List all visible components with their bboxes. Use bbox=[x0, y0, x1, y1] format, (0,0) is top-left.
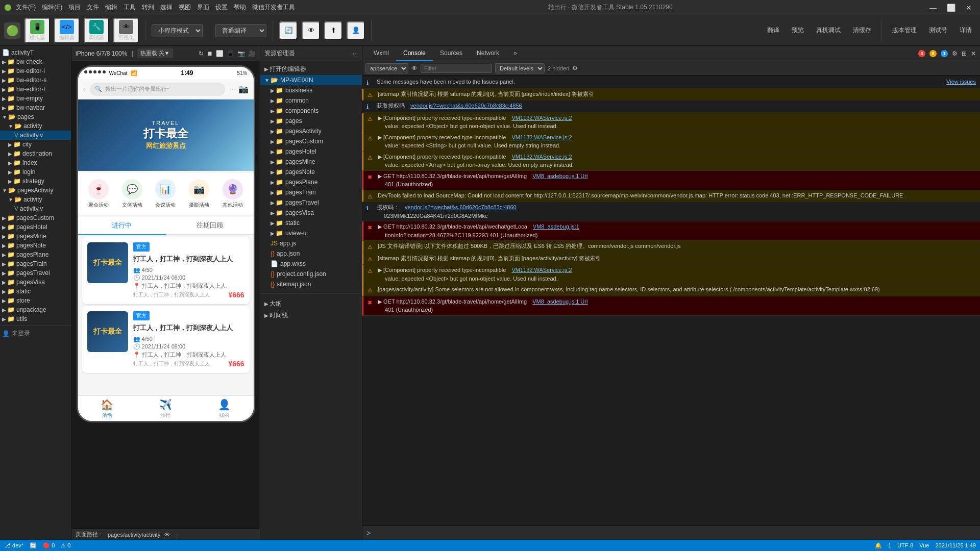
sidebar-item-login[interactable]: ▶ 📁 login bbox=[0, 167, 71, 177]
resource-item-pagestra[interactable]: ▶ 📁 pagesTrain bbox=[260, 187, 362, 197]
resource-item-pagesnote[interactable]: ▶ 📁 pagesNote bbox=[260, 167, 362, 177]
devtools-tab-sources[interactable]: Sources bbox=[433, 46, 470, 61]
resource-item-sitemapjson[interactable]: {} sitemap.json bbox=[260, 279, 362, 289]
resource-item-pages[interactable]: ▶ 📁 pages bbox=[260, 116, 362, 126]
sidebar-item-pagesactivity-activity[interactable]: ▼ 📂 activity bbox=[0, 195, 71, 204]
sidebar-item-activity[interactable]: ▼ 📂 activity bbox=[0, 121, 71, 131]
settings-icon2[interactable]: ⚙ bbox=[572, 65, 578, 72]
resource-project[interactable]: ▼ 📂 MP-WEIXIN bbox=[260, 75, 362, 85]
resource-item-pageshotel[interactable]: ▶ 📁 pagesHotel bbox=[260, 146, 362, 157]
sidebar-item-bw-check[interactable]: ▶ 📁 bw-check bbox=[0, 57, 71, 66]
vm-link7[interactable]: VM8_asdebug.js:1 Url bbox=[532, 298, 587, 305]
sidebar-footer-login[interactable]: 👤 未登录 bbox=[0, 328, 71, 339]
more-btn[interactable]: ··· bbox=[174, 532, 179, 538]
resource-item-pagesmine[interactable]: ▶ 📁 pagesMine bbox=[260, 157, 362, 167]
minimize-button[interactable]: — bbox=[925, 3, 941, 13]
cat-other[interactable]: 🔮 其他活动 bbox=[223, 179, 243, 209]
preview-mode-button[interactable]: 👁 bbox=[302, 21, 320, 40]
preview-button[interactable]: 预览 bbox=[788, 24, 808, 37]
cat-photo[interactable]: 📷 摄影活动 bbox=[189, 179, 209, 209]
visual-button[interactable]: 👁 可视化 bbox=[113, 18, 139, 43]
sidebar-item-pagestra[interactable]: ▶ 📁 pagesTrain bbox=[0, 259, 71, 268]
refresh-button[interactable]: 🔄 bbox=[279, 21, 298, 40]
sidebar-item-pageshotel[interactable]: ▶ 📁 pagesHotel bbox=[0, 222, 71, 232]
menu-file[interactable]: 文件(F) bbox=[16, 3, 36, 12]
resource-open-editors[interactable]: ▶ 打开的编辑器 bbox=[260, 63, 362, 75]
sidebar-item-store[interactable]: ▶ 📁 store bbox=[0, 296, 71, 305]
resource-item-pagescustom[interactable]: ▶ 📁 pagesCustom bbox=[260, 136, 362, 146]
sidebar-item-bw-editor-t[interactable]: ▶ 📁 bw-editor-t bbox=[0, 85, 71, 94]
stop-icon[interactable]: ⏹ bbox=[207, 50, 213, 57]
portrait-icon[interactable]: 📱 bbox=[227, 50, 234, 57]
sidebar-item-destination[interactable]: ▶ 📁 destination bbox=[0, 149, 71, 158]
resource-item-pagesvisa[interactable]: ▶ 📁 pagesVisa bbox=[260, 208, 362, 218]
vm-link1[interactable]: VM1132.WAService.js:2 bbox=[511, 115, 572, 121]
settings-icon[interactable]: ⚙ bbox=[952, 50, 958, 57]
sidebar-item-bw-empty[interactable]: ▶ 📁 bw-empty bbox=[0, 94, 71, 103]
camera-btn[interactable]: 📷 bbox=[238, 84, 249, 94]
cat-culture[interactable]: 💬 文体活动 bbox=[122, 179, 142, 209]
sidebar-item-pagescustom[interactable]: ▶ 📁 pagesCustom bbox=[0, 213, 71, 222]
menu-tools[interactable]: 工具 bbox=[124, 3, 136, 12]
devtools-tab-console[interactable]: Console bbox=[396, 46, 433, 61]
console-filter-input[interactable] bbox=[421, 64, 492, 73]
close-button[interactable]: ✕ bbox=[962, 3, 976, 13]
sync-icon[interactable]: 🔄 bbox=[30, 542, 37, 549]
more-dots[interactable]: ··· bbox=[229, 85, 236, 94]
vm-link5[interactable]: VM8_asdebug.js:1 bbox=[533, 223, 579, 230]
close-devtools-icon[interactable]: ✕ bbox=[971, 50, 976, 57]
clear-cache-button[interactable]: 清缓存 bbox=[849, 24, 875, 37]
resource-item-components[interactable]: ▶ 📁 components bbox=[260, 106, 362, 116]
activity-card-1[interactable]: 打卡最全 官方 打工人，打工神，打到深夜人上人 👥 4/50 🕐 2021/11… bbox=[82, 237, 250, 304]
simulator-button[interactable]: 📱 模拟器 bbox=[24, 18, 50, 43]
resource-item-uviewui[interactable]: ▶ 📁 uview-ui bbox=[260, 228, 362, 238]
editor-button[interactable]: </> 编辑器 bbox=[54, 18, 80, 43]
avatar-button[interactable]: 👤 bbox=[347, 21, 365, 40]
resource-item-appwxss[interactable]: 📄 app.wxss bbox=[260, 259, 362, 269]
sidebar-item-activity-v[interactable]: V activity.v bbox=[0, 131, 71, 140]
bell-icon[interactable]: 🔔 bbox=[875, 542, 882, 549]
translate-button[interactable]: 翻译 bbox=[763, 24, 783, 37]
sidebar-item-strategy[interactable]: ▶ 📁 strategy bbox=[0, 177, 71, 186]
eye-toggle[interactable]: 👁 bbox=[411, 65, 418, 72]
vendor-link2[interactable]: vendor.js?=wechat&s.60d620c7b8c83c:4860 bbox=[405, 204, 517, 210]
sidebar-item-bw-editor-i[interactable]: ▶ 📁 bw-editor-i bbox=[0, 66, 71, 76]
refresh-sim-icon[interactable]: ↻ bbox=[199, 50, 204, 57]
menu-edit[interactable]: 编辑(E) bbox=[42, 3, 62, 12]
devtools-tab-wxml[interactable]: Wxml bbox=[366, 46, 396, 61]
maximize-button[interactable]: ⬜ bbox=[943, 3, 960, 13]
camera-icon[interactable]: 🎥 bbox=[248, 50, 256, 57]
sidebar-item-pagesactivity[interactable]: ▼ 📂 pagesActivity bbox=[0, 186, 71, 195]
bottom-nav-travel[interactable]: ✈️ 旅行 bbox=[159, 398, 172, 419]
resource-item-appjson[interactable]: {} app.json bbox=[260, 248, 362, 259]
menu-file2[interactable]: 文件 bbox=[87, 3, 99, 12]
cat-meeting[interactable]: 📊 会议活动 bbox=[155, 179, 176, 209]
screenshot-icon[interactable]: 📷 bbox=[237, 50, 245, 57]
resource-item-common[interactable]: ▶ 📁 common bbox=[260, 95, 362, 106]
sidebar-item-activityt[interactable]: 📄 activityT bbox=[0, 48, 71, 57]
mode-selector[interactable]: 小程序模式 bbox=[152, 24, 203, 37]
search-bar[interactable]: 🔍 搜出一片适你的专属出行~ bbox=[90, 83, 225, 96]
menu-view[interactable]: 视图 bbox=[179, 3, 191, 12]
bottom-nav-mine[interactable]: 👤 我的 bbox=[218, 398, 231, 419]
version-mgmt-button[interactable]: 版本管理 bbox=[888, 24, 921, 37]
devtools-more-tabs[interactable]: » bbox=[506, 46, 524, 61]
activity-card-2[interactable]: 打卡最全 官方 打工人，打工神，打到深夜人上人 👥 4/50 🕐 2021/11… bbox=[82, 306, 250, 373]
real-machine-button[interactable]: 真机调试 bbox=[812, 24, 845, 37]
sidebar-item-utils[interactable]: ▶ 📁 utils bbox=[0, 314, 71, 323]
menu-goto[interactable]: 转到 bbox=[142, 3, 154, 12]
test-button[interactable]: 测试号 bbox=[925, 24, 951, 37]
menu-help[interactable]: 帮助 bbox=[234, 3, 246, 12]
view-issues-link[interactable]: View issues bbox=[946, 78, 976, 86]
menu-select[interactable]: 选择 bbox=[160, 3, 173, 12]
debugger-button[interactable]: 🔧 调试器 bbox=[84, 18, 109, 43]
bottom-nav-activity[interactable]: 🏠 活动 bbox=[101, 398, 113, 419]
sidebar-item-pagesnote[interactable]: ▶ 📁 pagesNote bbox=[0, 241, 71, 250]
upload-button[interactable]: ⬆ bbox=[324, 21, 342, 40]
vm-link4[interactable]: VM8_asdebug.js:1 Url bbox=[532, 173, 587, 179]
vendor-link1[interactable]: vendor.js?=wechat&s.60d620c7b8c83c:4856 bbox=[410, 103, 522, 109]
eye-icon[interactable]: 👁 bbox=[164, 532, 170, 538]
outline-section[interactable]: ▶ 大纲 bbox=[260, 298, 362, 310]
resource-item-pagesplane[interactable]: ▶ 📁 pagesPlane bbox=[260, 177, 362, 187]
vm-link2[interactable]: VM1132.WAService.js:2 bbox=[511, 134, 572, 140]
